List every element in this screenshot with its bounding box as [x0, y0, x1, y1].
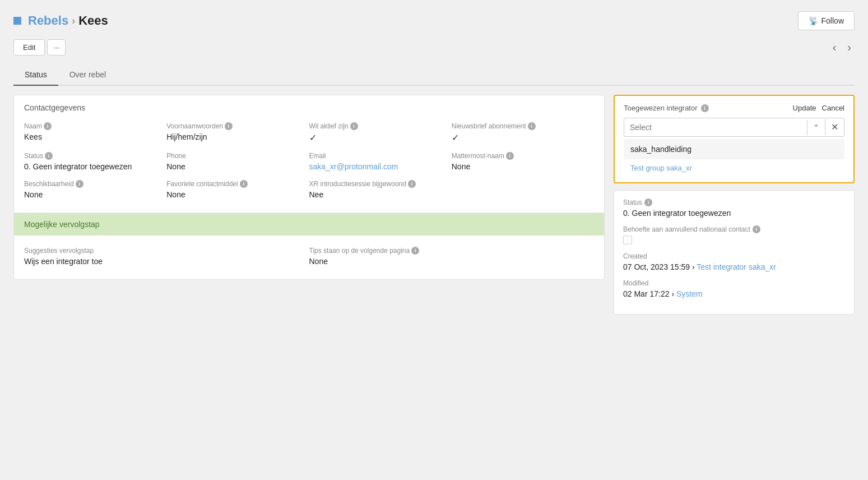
breadcrumb-parent[interactable]: Rebels [28, 13, 68, 28]
created-link[interactable]: Test integrator saka_xr [697, 262, 776, 271]
tabs: Status Over rebel [13, 64, 855, 86]
voornaamwoorden-info-icon: i [225, 122, 233, 130]
dropdown-option-saka[interactable]: saka_handleiding [624, 139, 844, 159]
tab-status[interactable]: Status [13, 64, 58, 86]
right-field-created: Created 07 Oct, 2023 15:59 › Test integr… [623, 252, 845, 271]
follow-button[interactable]: 📡 Follow [798, 11, 855, 30]
select-chevron-button[interactable]: ⌃ [807, 120, 825, 135]
right-status-value: 0. Geen integrator toegewezen [623, 209, 845, 218]
edit-button[interactable]: Edit [13, 39, 45, 56]
field-email: Email saka_xr@protonmail.com [309, 147, 452, 176]
behoefte-label: Behoefte aan aanvullend nationaal contac… [623, 225, 845, 233]
nieuwsbrief-info-icon: i [528, 122, 536, 130]
update-link[interactable]: Update [793, 104, 816, 112]
integrator-card: Toegewezen integrator i Update Cancel ⌃ … [614, 95, 855, 183]
contact-fields: Naam i Kees Voornaamwoorden i Hij/hem/zi… [14, 118, 604, 213]
field-suggesties: Suggesties vervolgstap Wijs een integrat… [24, 242, 309, 270]
dropdown-group-label[interactable]: Test group saka_xr [624, 160, 844, 174]
favoriete-info-icon: i [240, 180, 248, 188]
field-wil-aktief: Wil aktief zijn i ✓ [309, 118, 452, 147]
mattermost-value: None [452, 162, 590, 171]
follow-icon: 📡 [809, 16, 818, 25]
beschikbaarheid-value: None [24, 190, 162, 199]
right-status-info-icon: i [644, 199, 652, 206]
next-button[interactable]: › [844, 40, 855, 55]
tips-label: Tips staan op de volgende pagina i [309, 247, 590, 255]
field-xr: XR introductiesessie bijgewoond i Nee [309, 176, 595, 204]
field-favoriete: Favoriete contactmiddel i None [166, 176, 309, 204]
behoefte-info-icon: i [753, 225, 760, 233]
naam-info-icon: i [44, 122, 52, 130]
created-value: 07 Oct, 2023 15:59 › Test integrator sak… [623, 262, 845, 271]
status-value: 0. Geen integrator toegewezen [24, 162, 162, 171]
field-mattermost: Mattermost-naam i None [452, 147, 594, 176]
integrator-info-icon: i [701, 104, 709, 112]
field-phone: Phone None [166, 147, 309, 176]
phone-label: Phone [166, 152, 304, 160]
contact-section-title: Contactgegevens [14, 95, 604, 118]
prev-button[interactable]: ‹ [829, 40, 840, 55]
right-status-label: Status i [623, 199, 845, 206]
integrator-actions: Update Cancel [793, 104, 844, 112]
voornaamwoorden-label: Voornaamwoorden i [166, 122, 304, 130]
status-info-icon: i [45, 152, 53, 160]
status-label: Status i [24, 152, 162, 160]
field-status: Status i 0. Geen integrator toegewezen [24, 147, 166, 176]
beschikbaarheid-info-icon: i [76, 180, 83, 188]
right-field-status: Status i 0. Geen integrator toegewezen [623, 199, 845, 218]
created-label: Created [623, 252, 845, 260]
contact-card: Contactgegevens Naam i Kees Voornaamwoor… [13, 95, 605, 280]
left-panel: Contactgegevens Naam i Kees Voornaamwoor… [13, 95, 605, 287]
suggesties-value: Wijs een integrator toe [24, 257, 305, 266]
rebels-icon [13, 17, 21, 25]
cancel-link[interactable]: Cancel [822, 104, 844, 112]
integrator-header: Toegewezen integrator i Update Cancel [624, 104, 844, 112]
created-date: 07 Oct, 2023 15:59 [623, 262, 690, 271]
nieuwsbrief-label: Nieuwsbrief abonnement i [452, 122, 590, 130]
xr-info-icon: i [408, 180, 416, 188]
nieuwsbrief-value: ✓ [452, 132, 590, 143]
tips-value: None [309, 257, 590, 266]
email-label: Email [309, 152, 447, 160]
wil-aktief-info-icon: i [350, 122, 358, 130]
right-info-section: Status i 0. Geen integrator toegewezen B… [614, 190, 855, 315]
right-field-modified: Modified 02 Mar 17:22 › System [623, 279, 845, 298]
naam-value: Kees [24, 132, 162, 141]
field-voornaamwoorden: Voornaamwoorden i Hij/hem/zijn [166, 118, 309, 147]
breadcrumb-current: Kees [78, 13, 108, 28]
integrator-title: Toegewezen integrator [624, 104, 698, 112]
field-tips: Tips staan op de volgende pagina i None [309, 242, 595, 270]
right-field-behoefte: Behoefte aan aanvullend nationaal contac… [623, 225, 845, 244]
wil-aktief-label: Wil aktief zijn i [309, 122, 447, 130]
xr-label: XR introductiesessie bijgewoond i [309, 180, 590, 188]
select-input[interactable] [624, 118, 807, 136]
right-panel: Toegewezen integrator i Update Cancel ⌃ … [614, 95, 855, 315]
beschikbaarheid-label: Beschikbaarheid i [24, 180, 162, 188]
modified-date: 02 Mar 17:22 [623, 289, 670, 298]
suggesties-label: Suggesties vervolgstap [24, 247, 305, 255]
breadcrumb-separator: › [72, 15, 75, 27]
select-clear-button[interactable]: ✕ [825, 119, 844, 135]
modified-label: Modified [623, 279, 845, 287]
mattermost-info-icon: i [506, 152, 514, 160]
wil-aktief-value: ✓ [309, 132, 447, 143]
phone-value: None [166, 162, 304, 171]
navigation-arrows: ‹ › [829, 40, 855, 55]
more-button[interactable]: ··· [47, 39, 66, 56]
mogelijke-header: Mogelijke vervolgstap [14, 213, 604, 236]
tab-over-rebel[interactable]: Over rebel [58, 64, 117, 86]
select-wrapper: ⌃ ✕ [624, 118, 844, 137]
tips-info-icon: i [411, 247, 419, 255]
favoriete-label: Favoriete contactmiddel i [166, 180, 304, 188]
field-naam: Naam i Kees [24, 118, 166, 147]
modified-link[interactable]: System [676, 289, 703, 298]
favoriete-value: None [166, 190, 304, 199]
modified-sep: › [671, 289, 676, 298]
email-value[interactable]: saka_xr@protonmail.com [309, 162, 447, 171]
field-nieuwsbrief: Nieuwsbrief abonnement i ✓ [452, 118, 594, 147]
mogelijke-fields: Suggesties vervolgstap Wijs een integrat… [14, 236, 604, 279]
voornaamwoorden-value: Hij/hem/zijn [166, 132, 304, 141]
follow-label: Follow [821, 16, 844, 25]
xr-value: Nee [309, 190, 590, 199]
behoefte-checkbox[interactable] [623, 236, 632, 244]
